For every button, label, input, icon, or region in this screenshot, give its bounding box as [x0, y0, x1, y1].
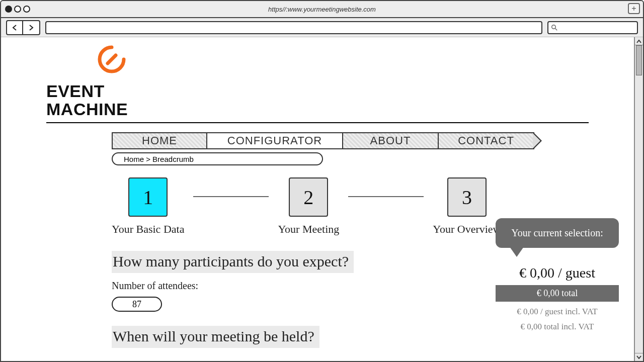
svg-point-0: [552, 25, 556, 29]
tab-configurator[interactable]: CONFIGURATOR: [207, 132, 343, 149]
scroll-thumb[interactable]: [636, 45, 642, 75]
selection-title: Your current selection:: [511, 227, 603, 238]
new-tab-button[interactable]: +: [628, 3, 640, 14]
chevron-left-icon: [12, 25, 17, 31]
question-participants-heading: How many participants do you expect?: [112, 251, 354, 273]
attendees-input[interactable]: 87: [112, 297, 162, 312]
browser-titlebar: https//:www.yourmeetingwebsite.com +: [1, 1, 643, 18]
step-1-num: 1: [143, 186, 153, 209]
brand-line-1: EVENT: [46, 82, 589, 101]
back-button[interactable]: [7, 21, 23, 34]
window-max-dot[interactable]: [23, 6, 30, 13]
chevron-up-icon: [636, 39, 641, 43]
step-2-num: 2: [303, 186, 313, 209]
search-icon: [551, 25, 557, 31]
price-total: € 0,00 total: [496, 285, 619, 302]
window-close-dot[interactable]: [5, 6, 12, 13]
url-display: https//:www.yourmeetingwebsite.com: [1, 6, 643, 13]
svg-line-2: [108, 55, 116, 63]
price-total-vat: € 0,00 total incl. VAT: [496, 322, 619, 332]
vertical-scrollbar[interactable]: [634, 37, 643, 361]
plus-icon: +: [631, 4, 636, 13]
step-2-label: Your Meeting: [278, 223, 339, 236]
tab-contact[interactable]: CONTACT: [439, 132, 534, 149]
price-per-guest-vat: € 0,00 / guest incl. VAT: [496, 307, 619, 317]
tab-about-label: ABOUT: [370, 134, 411, 147]
tab-contact-label: CONTACT: [458, 134, 514, 147]
step-1[interactable]: 1 Your Basic Data: [112, 177, 184, 236]
question-date-heading: When will your meeting be held?: [112, 326, 319, 348]
tab-home[interactable]: HOME: [112, 132, 207, 149]
price-per-guest: € 0,00 / guest: [496, 265, 619, 281]
step-connector: [348, 196, 424, 197]
scroll-down-button[interactable]: [635, 353, 643, 361]
brand-line-2: MACHINE: [46, 101, 589, 119]
breadcrumb-text: Home > Breadcrumb: [124, 155, 194, 163]
window-controls[interactable]: [1, 3, 34, 16]
window-min-dot[interactable]: [14, 6, 21, 13]
search-box[interactable]: [547, 21, 638, 34]
step-2[interactable]: 2 Your Meeting: [278, 177, 339, 236]
step-3-label: Your Overview: [433, 223, 501, 236]
step-3-num: 3: [462, 186, 472, 209]
step-1-label: Your Basic Data: [112, 223, 184, 236]
forward-button[interactable]: [23, 21, 39, 34]
brand-block: EVENT MACHINE: [46, 37, 589, 118]
page-content: EVENT MACHINE HOME CONFIGURATOR ABOUT CO…: [1, 37, 634, 361]
browser-toolbar: [1, 18, 643, 37]
main-nav: HOME CONFIGURATOR ABOUT CONTACT: [112, 132, 534, 149]
step-3[interactable]: 3 Your Overview: [433, 177, 501, 236]
chevron-right-icon: [29, 25, 34, 31]
svg-line-1: [555, 28, 557, 30]
attendees-value: 87: [132, 299, 141, 310]
step-connector: [193, 196, 269, 197]
breadcrumb[interactable]: Home > Breadcrumb: [112, 152, 323, 165]
nav-buttons: [6, 20, 40, 35]
address-bar[interactable]: [45, 21, 542, 34]
selection-summary: Your current selection: € 0,00 / guest €…: [496, 218, 619, 332]
browser-window: https//:www.yourmeetingwebsite.com +: [0, 0, 644, 362]
chevron-down-icon: [636, 355, 641, 359]
tab-configurator-label: CONFIGURATOR: [227, 134, 322, 147]
header-divider: [46, 122, 589, 123]
tab-home-label: HOME: [142, 134, 177, 147]
brand-logo-icon: [97, 44, 127, 74]
scroll-up-button[interactable]: [635, 37, 643, 45]
viewport: EVENT MACHINE HOME CONFIGURATOR ABOUT CO…: [1, 37, 643, 361]
tab-about[interactable]: ABOUT: [343, 132, 439, 149]
selection-title-bubble: Your current selection:: [496, 218, 619, 248]
